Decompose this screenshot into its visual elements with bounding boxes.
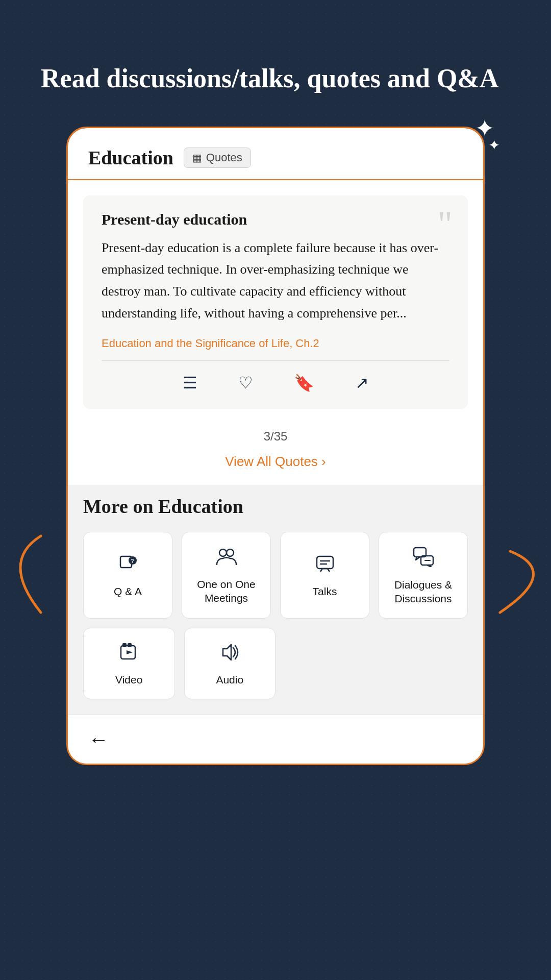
svg-marker-14 — [127, 650, 133, 654]
quotes-badge-icon: ▦ — [192, 152, 202, 164]
category-item-one-on-one[interactable]: One on OneMeetings — [182, 532, 271, 619]
audio-label: Audio — [216, 673, 243, 687]
more-section: More on Education ? Q & A — [68, 485, 483, 715]
svg-text:?: ? — [131, 558, 134, 564]
page-header: Read discussions/talks, quotes and Q&A — [0, 0, 551, 127]
svg-rect-5 — [317, 556, 333, 569]
svg-point-3 — [219, 549, 227, 556]
category-item-talks[interactable]: Talks — [280, 532, 369, 619]
video-icon — [119, 643, 139, 667]
category-grid-row2: Video Audio — [83, 628, 468, 699]
quote-card: " Present-day education Present-day educ… — [83, 195, 468, 409]
talks-icon — [315, 554, 335, 578]
phone-wrapper: ✦ ✦ Education ▦ Quotes " Present-day edu… — [66, 127, 485, 765]
quote-source: Education and the Significance of Life, … — [102, 337, 449, 350]
dialogues-label: Dialogues &Discussions — [394, 578, 452, 606]
page-title: Read discussions/talks, quotes and Q&A — [41, 61, 510, 96]
share-action-icon[interactable]: ↗ — [355, 373, 369, 393]
back-button[interactable]: ← — [88, 727, 109, 751]
quote-marks-icon: " — [438, 206, 453, 242]
sparkle-decoration: ✦ ✦ — [474, 116, 495, 141]
section-title: Education — [88, 146, 173, 169]
svg-marker-15 — [223, 645, 231, 660]
quote-actions: ☰ ♡ 🔖 ↗ — [102, 371, 449, 395]
category-item-dialogues[interactable]: Dialogues &Discussions — [379, 532, 468, 619]
bookmark-action-icon[interactable]: 🔖 — [294, 373, 314, 393]
phone-content: Education ▦ Quotes " Present-day educati… — [68, 128, 483, 764]
quote-heading: Present-day education — [102, 211, 449, 228]
content-header: Education ▦ Quotes — [68, 128, 483, 180]
list-action-icon[interactable]: ☰ — [183, 373, 197, 393]
video-label: Video — [115, 673, 142, 687]
view-all-link[interactable]: View All Quotes › — [68, 449, 483, 485]
pagination: 3/35 — [68, 419, 483, 449]
bottom-bar: ← — [68, 715, 483, 764]
more-section-title: More on Education — [83, 495, 468, 518]
talks-label: Talks — [313, 584, 337, 598]
qa-label: Q & A — [114, 584, 142, 598]
audio-icon — [220, 643, 239, 667]
category-item-qa[interactable]: ? Q & A — [83, 532, 172, 619]
svg-point-4 — [227, 549, 234, 556]
category-grid-row1: ? Q & A — [83, 532, 468, 619]
quote-body: Present-day education is a complete fail… — [102, 237, 449, 325]
qa-icon: ? — [118, 554, 138, 578]
sparkle-small-icon: ✦ — [488, 137, 500, 154]
quote-divider — [102, 360, 449, 361]
category-item-video[interactable]: Video — [83, 628, 175, 699]
dialogues-icon — [413, 547, 434, 572]
quotes-badge-label: Quotes — [206, 151, 242, 164]
svg-rect-13 — [128, 644, 131, 647]
one-on-one-icon — [216, 547, 237, 571]
quotes-badge[interactable]: ▦ Quotes — [184, 148, 251, 168]
heart-action-icon[interactable]: ♡ — [238, 373, 253, 393]
phone-frame: Education ▦ Quotes " Present-day educati… — [66, 127, 485, 765]
one-on-one-label: One on OneMeetings — [197, 577, 255, 605]
svg-rect-12 — [123, 644, 126, 647]
category-item-audio[interactable]: Audio — [184, 628, 276, 699]
